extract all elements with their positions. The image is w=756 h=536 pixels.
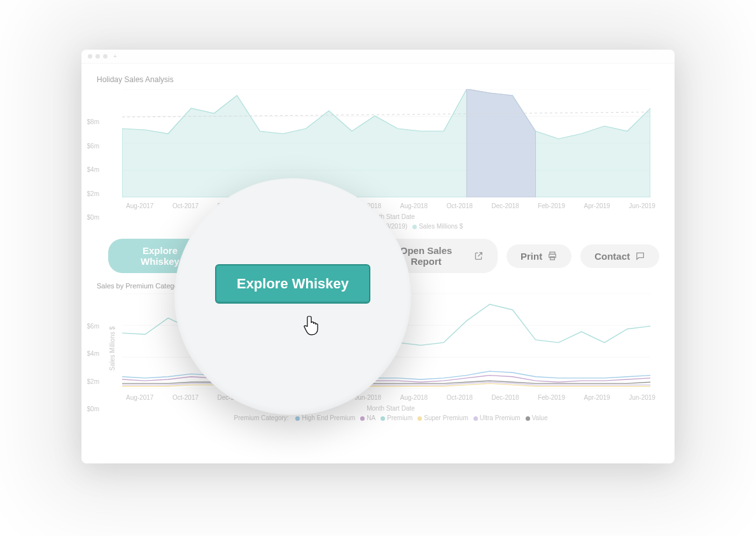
chart2-legend: Premium Category: High End PremiumNAPrem… bbox=[122, 414, 659, 421]
chart-holiday-sales: $0m$2m$4m$6m$8m Aug-2017Oct-2017Dec-2017… bbox=[122, 89, 659, 230]
chart2-x-ticks: Aug-2017Oct-2017Dec-2017Feb-2018Apr-2018… bbox=[122, 394, 659, 401]
printer-icon bbox=[547, 251, 557, 261]
chart1-x-ticks: Aug-2017Oct-2017Dec-2017Feb-2018Apr-2018… bbox=[122, 202, 659, 209]
contact-label: Contact bbox=[594, 251, 630, 262]
external-link-icon bbox=[473, 251, 484, 261]
explore-whiskey-button-magnified[interactable]: Explore Whiskey bbox=[215, 264, 370, 304]
print-label: Print bbox=[521, 251, 542, 262]
window-dot-close[interactable] bbox=[88, 54, 92, 59]
magnifier-lens: Explore Whiskey bbox=[174, 178, 411, 415]
contact-button[interactable]: Contact bbox=[580, 244, 659, 268]
window-titlebar: + bbox=[81, 50, 675, 64]
chart2-x-label: Month Start Date bbox=[122, 405, 659, 412]
comment-icon bbox=[635, 251, 645, 261]
page-title: Holiday Sales Analysis bbox=[97, 75, 659, 84]
window-new-tab[interactable]: + bbox=[113, 53, 117, 60]
window-dot-max[interactable] bbox=[103, 54, 108, 59]
print-button[interactable]: Print bbox=[507, 244, 571, 268]
chart2-y-label: Sales Millions $ bbox=[109, 326, 116, 370]
pointer-cursor-icon bbox=[303, 315, 321, 335]
chart1-plot bbox=[122, 89, 650, 197]
window-dot-min[interactable] bbox=[95, 54, 100, 59]
explore-whiskey-label-magnified: Explore Whiskey bbox=[237, 276, 349, 292]
